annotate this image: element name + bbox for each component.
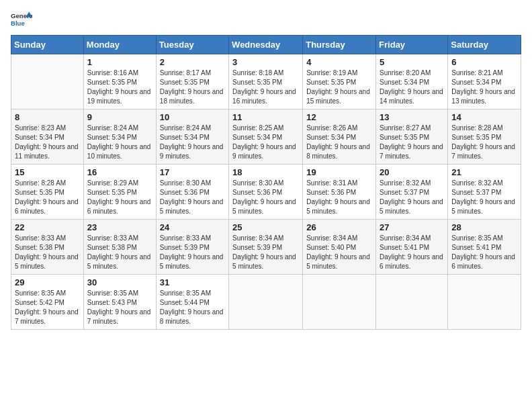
day-info: Sunrise: 8:24 AM Sunset: 5:34 PM Dayligh… bbox=[160, 124, 225, 161]
page-header: General Blue bbox=[11, 11, 521, 27]
day-number: 1 bbox=[87, 57, 152, 67]
calendar-day-cell: 19 Sunrise: 8:31 AM Sunset: 5:36 PM Dayl… bbox=[303, 165, 376, 220]
calendar-day-cell: 29 Sunrise: 8:35 AM Sunset: 5:42 PM Dayl… bbox=[11, 275, 84, 330]
day-number: 16 bbox=[87, 167, 152, 177]
day-info: Sunrise: 8:26 AM Sunset: 5:34 PM Dayligh… bbox=[306, 124, 372, 161]
calendar-day-cell bbox=[11, 54, 84, 109]
day-number: 30 bbox=[87, 277, 152, 287]
calendar-day-cell: 6 Sunrise: 8:21 AM Sunset: 5:34 PM Dayli… bbox=[448, 54, 521, 109]
day-info: Sunrise: 8:34 AM Sunset: 5:41 PM Dayligh… bbox=[380, 234, 444, 271]
calendar-week-row: 22 Sunrise: 8:33 AM Sunset: 5:38 PM Dayl… bbox=[11, 220, 521, 275]
calendar-day-cell: 17 Sunrise: 8:30 AM Sunset: 5:36 PM Dayl… bbox=[156, 165, 228, 220]
day-info: Sunrise: 8:35 AM Sunset: 5:42 PM Dayligh… bbox=[15, 289, 80, 326]
day-number: 31 bbox=[160, 277, 225, 287]
day-info: Sunrise: 8:21 AM Sunset: 5:34 PM Dayligh… bbox=[451, 68, 517, 106]
calendar-day-cell bbox=[448, 275, 521, 330]
day-info: Sunrise: 8:35 AM Sunset: 5:41 PM Dayligh… bbox=[451, 234, 517, 271]
calendar-day-cell: 11 Sunrise: 8:25 AM Sunset: 5:34 PM Dayl… bbox=[229, 109, 303, 165]
day-number: 26 bbox=[306, 222, 372, 232]
svg-text:Blue: Blue bbox=[11, 19, 25, 27]
day-number: 10 bbox=[160, 112, 225, 122]
calendar-week-row: 1 Sunrise: 8:16 AM Sunset: 5:35 PM Dayli… bbox=[11, 54, 521, 109]
day-number: 14 bbox=[451, 112, 517, 122]
calendar-day-cell: 9 Sunrise: 8:24 AM Sunset: 5:34 PM Dayli… bbox=[83, 109, 156, 165]
day-info: Sunrise: 8:35 AM Sunset: 5:44 PM Dayligh… bbox=[160, 289, 225, 326]
day-number: 24 bbox=[160, 222, 225, 232]
calendar-day-cell: 22 Sunrise: 8:33 AM Sunset: 5:38 PM Dayl… bbox=[11, 220, 84, 275]
day-number: 4 bbox=[306, 57, 372, 67]
day-info: Sunrise: 8:30 AM Sunset: 5:36 PM Dayligh… bbox=[160, 179, 225, 216]
calendar-day-cell bbox=[303, 275, 376, 330]
day-info: Sunrise: 8:27 AM Sunset: 5:35 PM Dayligh… bbox=[380, 124, 444, 161]
calendar-day-header: Friday bbox=[376, 36, 448, 54]
day-number: 5 bbox=[380, 57, 444, 67]
day-info: Sunrise: 8:33 AM Sunset: 5:38 PM Dayligh… bbox=[15, 234, 80, 271]
day-info: Sunrise: 8:25 AM Sunset: 5:34 PM Dayligh… bbox=[232, 124, 299, 161]
calendar-day-cell: 20 Sunrise: 8:32 AM Sunset: 5:37 PM Dayl… bbox=[376, 165, 448, 220]
day-info: Sunrise: 8:20 AM Sunset: 5:34 PM Dayligh… bbox=[380, 68, 444, 106]
day-info: Sunrise: 8:28 AM Sunset: 5:35 PM Dayligh… bbox=[15, 179, 80, 216]
calendar-day-cell: 15 Sunrise: 8:28 AM Sunset: 5:35 PM Dayl… bbox=[11, 165, 84, 220]
day-number: 25 bbox=[232, 222, 299, 232]
calendar-day-cell: 1 Sunrise: 8:16 AM Sunset: 5:35 PM Dayli… bbox=[83, 54, 156, 109]
day-number: 8 bbox=[15, 112, 80, 122]
day-number: 9 bbox=[87, 112, 152, 122]
day-info: Sunrise: 8:23 AM Sunset: 5:34 PM Dayligh… bbox=[15, 124, 80, 161]
day-number: 18 bbox=[232, 167, 299, 177]
calendar-day-cell: 10 Sunrise: 8:24 AM Sunset: 5:34 PM Dayl… bbox=[156, 109, 228, 165]
day-number: 13 bbox=[380, 112, 444, 122]
day-info: Sunrise: 8:19 AM Sunset: 5:35 PM Dayligh… bbox=[306, 68, 372, 106]
day-number: 21 bbox=[451, 167, 517, 177]
day-number: 6 bbox=[451, 57, 517, 67]
day-number: 12 bbox=[306, 112, 372, 122]
calendar-day-cell: 14 Sunrise: 8:28 AM Sunset: 5:35 PM Dayl… bbox=[448, 109, 521, 165]
day-info: Sunrise: 8:17 AM Sunset: 5:35 PM Dayligh… bbox=[160, 68, 225, 106]
calendar-week-row: 29 Sunrise: 8:35 AM Sunset: 5:42 PM Dayl… bbox=[11, 275, 521, 330]
calendar-day-cell: 24 Sunrise: 8:33 AM Sunset: 5:39 PM Dayl… bbox=[156, 220, 228, 275]
day-info: Sunrise: 8:35 AM Sunset: 5:43 PM Dayligh… bbox=[87, 289, 152, 326]
calendar-day-cell: 2 Sunrise: 8:17 AM Sunset: 5:35 PM Dayli… bbox=[156, 54, 228, 109]
calendar-day-cell bbox=[376, 275, 448, 330]
day-number: 2 bbox=[160, 57, 225, 67]
day-number: 3 bbox=[232, 57, 299, 67]
day-info: Sunrise: 8:32 AM Sunset: 5:37 PM Dayligh… bbox=[451, 179, 517, 216]
calendar-day-header: Saturday bbox=[448, 36, 521, 54]
day-info: Sunrise: 8:32 AM Sunset: 5:37 PM Dayligh… bbox=[380, 179, 444, 216]
day-info: Sunrise: 8:34 AM Sunset: 5:39 PM Dayligh… bbox=[232, 234, 299, 271]
day-info: Sunrise: 8:28 AM Sunset: 5:35 PM Dayligh… bbox=[451, 124, 517, 161]
calendar-day-cell: 23 Sunrise: 8:33 AM Sunset: 5:38 PM Dayl… bbox=[83, 220, 156, 275]
calendar-day-cell: 3 Sunrise: 8:18 AM Sunset: 5:35 PM Dayli… bbox=[229, 54, 303, 109]
calendar-day-header: Sunday bbox=[11, 36, 84, 54]
calendar-week-row: 8 Sunrise: 8:23 AM Sunset: 5:34 PM Dayli… bbox=[11, 109, 521, 165]
day-info: Sunrise: 8:33 AM Sunset: 5:38 PM Dayligh… bbox=[87, 234, 152, 271]
calendar-table: SundayMondayTuesdayWednesdayThursdayFrid… bbox=[11, 35, 521, 330]
day-number: 17 bbox=[160, 167, 225, 177]
calendar-day-cell: 25 Sunrise: 8:34 AM Sunset: 5:39 PM Dayl… bbox=[229, 220, 303, 275]
calendar-day-cell: 21 Sunrise: 8:32 AM Sunset: 5:37 PM Dayl… bbox=[448, 165, 521, 220]
logo-icon: General Blue bbox=[11, 11, 32, 27]
calendar-day-header: Wednesday bbox=[229, 36, 303, 54]
calendar-day-cell: 30 Sunrise: 8:35 AM Sunset: 5:43 PM Dayl… bbox=[83, 275, 156, 330]
day-info: Sunrise: 8:33 AM Sunset: 5:39 PM Dayligh… bbox=[160, 234, 225, 271]
calendar-week-row: 15 Sunrise: 8:28 AM Sunset: 5:35 PM Dayl… bbox=[11, 165, 521, 220]
day-number: 20 bbox=[380, 167, 444, 177]
day-number: 28 bbox=[451, 222, 517, 232]
calendar-day-cell bbox=[229, 275, 303, 330]
calendar-day-cell: 16 Sunrise: 8:29 AM Sunset: 5:35 PM Dayl… bbox=[83, 165, 156, 220]
day-info: Sunrise: 8:18 AM Sunset: 5:35 PM Dayligh… bbox=[232, 68, 299, 106]
day-number: 15 bbox=[15, 167, 80, 177]
calendar-day-cell: 8 Sunrise: 8:23 AM Sunset: 5:34 PM Dayli… bbox=[11, 109, 84, 165]
calendar-day-cell: 31 Sunrise: 8:35 AM Sunset: 5:44 PM Dayl… bbox=[156, 275, 228, 330]
day-number: 22 bbox=[15, 222, 80, 232]
day-info: Sunrise: 8:34 AM Sunset: 5:40 PM Dayligh… bbox=[306, 234, 372, 271]
calendar-day-cell: 26 Sunrise: 8:34 AM Sunset: 5:40 PM Dayl… bbox=[303, 220, 376, 275]
calendar-day-cell: 5 Sunrise: 8:20 AM Sunset: 5:34 PM Dayli… bbox=[376, 54, 448, 109]
day-info: Sunrise: 8:24 AM Sunset: 5:34 PM Dayligh… bbox=[87, 124, 152, 161]
calendar-day-header: Tuesday bbox=[156, 36, 228, 54]
calendar-day-cell: 18 Sunrise: 8:30 AM Sunset: 5:36 PM Dayl… bbox=[229, 165, 303, 220]
calendar-day-header: Monday bbox=[83, 36, 156, 54]
calendar-day-cell: 13 Sunrise: 8:27 AM Sunset: 5:35 PM Dayl… bbox=[376, 109, 448, 165]
day-number: 27 bbox=[380, 222, 444, 232]
day-number: 11 bbox=[232, 112, 299, 122]
calendar-day-cell: 4 Sunrise: 8:19 AM Sunset: 5:35 PM Dayli… bbox=[303, 54, 376, 109]
